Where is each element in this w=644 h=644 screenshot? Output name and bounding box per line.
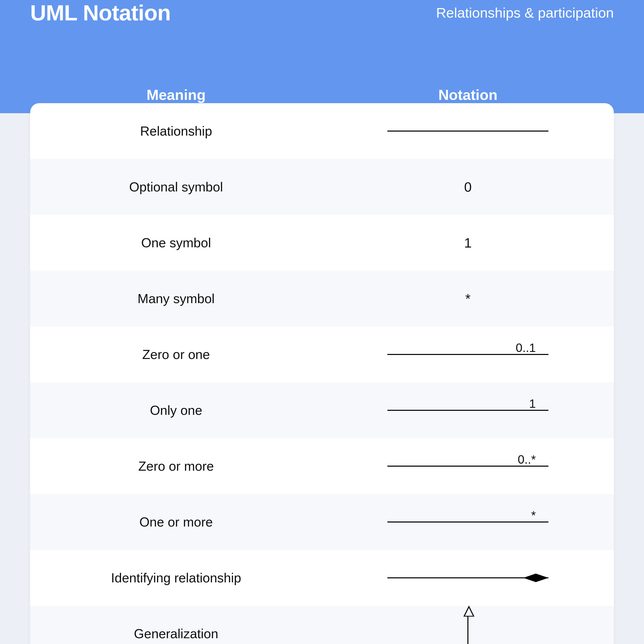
header: UML Notation Relationships & participati… [0, 0, 644, 113]
many-symbol-text: * [465, 291, 470, 306]
table-row: Optional symbol 0 [30, 159, 614, 215]
page-title: UML Notation [30, 0, 171, 26]
meaning-cell: Generalization [30, 626, 322, 641]
notation-cell: * [322, 291, 614, 306]
multiplicity-label: 0..* [518, 453, 536, 466]
meaning-cell: Optional symbol [30, 179, 322, 194]
notation-cell: 0 [322, 179, 614, 195]
meaning-cell: Many symbol [30, 291, 322, 306]
one-symbol-text: 1 [464, 235, 472, 251]
multiplicity-label: * [531, 508, 536, 522]
notation-cell: 1 [322, 235, 614, 251]
column-headers: Meaning Notation [30, 86, 614, 103]
generalization-arrow-icon [467, 616, 468, 644]
meaning-cell: Zero or more [30, 459, 322, 474]
notation-card: Relationship Optional symbol 0 One symbo… [30, 103, 614, 644]
table-row: Relationship [30, 103, 614, 159]
meaning-cell: Zero or one [30, 347, 322, 362]
page-subtitle: Relationships & participation [436, 5, 614, 21]
multiplicity-label: 1 [529, 397, 536, 411]
table-row: Identifying relationship [30, 550, 614, 606]
col-header-meaning: Meaning [30, 86, 322, 103]
optional-symbol-text: 0 [464, 179, 472, 195]
table-row: Many symbol * [30, 271, 614, 327]
relationship-line-icon [387, 131, 548, 132]
table-row: Generalization [30, 606, 614, 644]
meaning-cell: One symbol [30, 235, 322, 250]
meaning-cell: One or more [30, 514, 322, 530]
table-row: Zero or more 0..* [30, 438, 614, 494]
identifying-relationship-icon [387, 577, 548, 578]
table-row: Only one 1 [30, 382, 614, 438]
notation-cell [322, 131, 614, 132]
only-one-line-icon: 1 [387, 410, 548, 411]
meaning-cell: Relationship [30, 124, 322, 139]
table-row: Zero or one 0..1 [30, 327, 614, 382]
filled-diamond-icon [523, 574, 548, 582]
notation-cell: 0..1 [322, 354, 614, 355]
notation-cell: * [322, 521, 614, 522]
notation-cell [322, 609, 614, 644]
notation-cell: 0..* [322, 466, 614, 467]
table-row: One symbol 1 [30, 215, 614, 271]
header-top: UML Notation Relationships & participati… [30, 0, 614, 26]
table-row: One or more * [30, 494, 614, 550]
zero-or-one-line-icon: 0..1 [387, 354, 548, 355]
multiplicity-label: 0..1 [516, 341, 536, 355]
meaning-cell: Only one [30, 403, 322, 418]
zero-or-more-line-icon: 0..* [387, 466, 548, 467]
one-or-more-line-icon: * [387, 521, 548, 522]
notation-cell [322, 577, 614, 578]
col-header-notation: Notation [322, 86, 614, 103]
notation-cell: 1 [322, 410, 614, 411]
meaning-cell: Identifying relationship [30, 570, 322, 585]
